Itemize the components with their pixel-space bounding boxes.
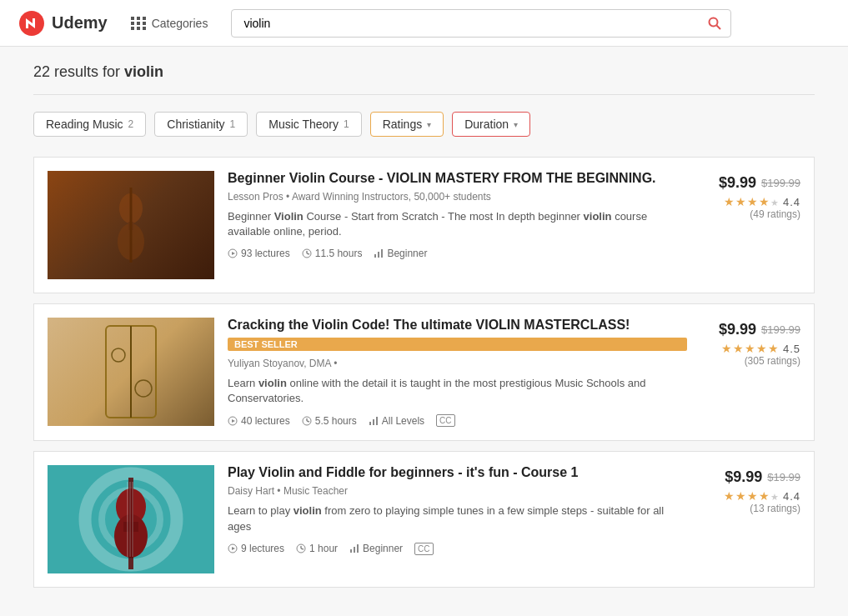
price-current: $9.99 (719, 174, 756, 192)
best-seller-badge: Best Seller (228, 338, 687, 351)
filter-christianity[interactable]: Christianity 1 (154, 112, 248, 137)
course-pricing: $9.99 $199.99 ★★★★★4.4 (49 ratings) (700, 171, 800, 279)
svg-point-16 (135, 380, 152, 397)
filter-music-theory[interactable]: Music Theory 1 (256, 112, 361, 137)
svg-marker-37 (232, 547, 235, 550)
course-thumbnail[interactable] (48, 171, 214, 279)
level-icon (349, 543, 359, 553)
filter-ratings-label: Ratings (383, 118, 422, 131)
svg-rect-23 (369, 422, 371, 425)
price-row: $9.99 $199.99 (719, 321, 800, 338)
clock-icon (302, 248, 312, 258)
violin-illustration (98, 322, 164, 422)
table-row: Cracking the Violin Code! The ultimate V… (33, 303, 815, 441)
svg-line-22 (307, 421, 309, 422)
lectures-meta: 9 lectures (228, 543, 284, 554)
price-row: $9.99 $199.99 (719, 174, 800, 192)
play-icon (228, 416, 238, 426)
violin-image (106, 183, 156, 267)
results-query: violin (124, 63, 163, 80)
clock-icon (302, 416, 312, 426)
table-row: Play Violin and Fiddle for beginners - i… (33, 451, 815, 588)
course-thumbnail[interactable] (48, 465, 214, 573)
results-header: 22 results for violin (33, 63, 815, 81)
course-description: Learn violin online with the detail it i… (228, 376, 687, 406)
categories-button[interactable]: Categories (124, 12, 215, 35)
results-count-label: 22 results for (33, 63, 124, 80)
filter-ratings[interactable]: Ratings ▾ (370, 112, 444, 137)
price-row: $9.99 $19.99 (725, 468, 800, 486)
duration-meta: 1 hour (296, 543, 338, 554)
course-meta: 9 lectures 1 hour Beginner CC (228, 543, 687, 555)
level-value: Beginner (363, 543, 403, 554)
level-icon (374, 248, 384, 258)
star-rating: ★★★★★4.5 (721, 342, 800, 355)
table-row: Beginner Violin Course - VIOLIN MASTERY … (33, 157, 815, 293)
course-description: Beginner Violin Course - Start from Scra… (228, 209, 687, 239)
cc-badge: CC (436, 414, 454, 427)
price-current: $9.99 (725, 468, 762, 486)
chevron-down-icon-2: ▾ (514, 120, 518, 129)
price-original: $199.99 (761, 177, 800, 189)
logo[interactable]: Udemy (17, 8, 108, 38)
violin-fun-image (48, 465, 214, 573)
svg-point-0 (710, 18, 718, 26)
cc-badge: CC (414, 543, 433, 555)
course-instructor: Yuliyan Stoyanov, DMA • (228, 358, 687, 369)
filter-music-theory-label: Music Theory (268, 118, 339, 131)
course-instructor: Lesson Pros • Award Winning Instructors,… (228, 191, 687, 203)
play-icon (228, 248, 238, 258)
search-input[interactable] (231, 9, 731, 38)
svg-marker-19 (232, 419, 235, 423)
star-rating: ★★★★★4.4 (724, 195, 800, 208)
filter-duration[interactable]: Duration ▾ (452, 112, 530, 137)
duration-value: 11.5 hours (315, 248, 363, 259)
course-title[interactable]: Cracking the Violin Code! The ultimate V… (228, 318, 687, 333)
level-value: Beginner (387, 248, 427, 259)
svg-line-40 (301, 548, 304, 549)
level-icon (369, 416, 379, 426)
lectures-count: 40 lectures (241, 415, 290, 427)
svg-line-10 (307, 253, 309, 254)
clock-icon (296, 543, 306, 553)
header: Udemy Categories (0, 0, 848, 47)
course-info: Cracking the Violin Code! The ultimate V… (228, 318, 687, 427)
course-thumbnail[interactable] (48, 318, 214, 426)
duration-value: 1 hour (309, 543, 338, 554)
svg-line-1 (717, 25, 721, 29)
grid-icon (131, 17, 147, 30)
filter-duration-label: Duration (464, 118, 509, 131)
svg-rect-42 (354, 547, 355, 553)
svg-rect-24 (373, 419, 374, 425)
lectures-meta: 40 lectures (228, 415, 290, 427)
lectures-meta: 93 lectures (228, 248, 290, 259)
duration-meta: 5.5 hours (302, 415, 357, 427)
lectures-count: 9 lectures (241, 543, 284, 554)
udemy-logo-icon (17, 8, 47, 38)
star-rating: ★★★★★4.4 (724, 489, 800, 503)
chevron-down-icon: ▾ (427, 120, 431, 129)
categories-label: Categories (152, 17, 208, 30)
filter-reading-music[interactable]: Reading Music 2 (33, 112, 146, 137)
search-button[interactable] (698, 9, 731, 38)
svg-rect-41 (350, 549, 352, 553)
course-title[interactable]: Beginner Violin Course - VIOLIN MASTERY … (228, 171, 687, 186)
main-content: 22 results for violin Reading Music 2 Ch… (0, 47, 848, 614)
logo-text: Udemy (52, 13, 108, 33)
level-value: All Levels (382, 415, 424, 427)
filters-container: Reading Music 2 Christianity 1 Music The… (33, 112, 815, 137)
course-pricing: $9.99 $199.99 ★★★★★4.5 (305 ratings) (700, 318, 800, 427)
price-original: $19.99 (767, 471, 800, 483)
search-icon (708, 17, 721, 30)
ratings-count: (49 ratings) (750, 208, 800, 220)
svg-rect-11 (374, 254, 376, 258)
price-current: $9.99 (719, 321, 756, 338)
course-title[interactable]: Play Violin and Fiddle for beginners - i… (228, 465, 687, 480)
duration-value: 5.5 hours (315, 415, 357, 427)
svg-rect-13 (381, 249, 383, 258)
filter-christianity-label: Christianity (167, 118, 224, 131)
level-meta: Beginner (374, 248, 427, 259)
svg-rect-12 (378, 252, 379, 258)
ratings-count: (13 ratings) (750, 503, 800, 514)
svg-rect-43 (357, 544, 359, 553)
